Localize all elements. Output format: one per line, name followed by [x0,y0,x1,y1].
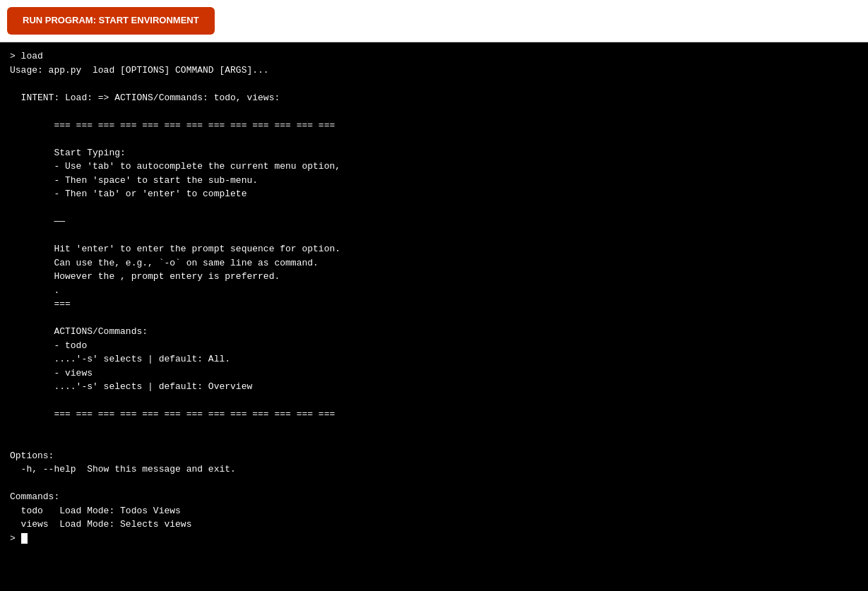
terminal-line: - Use 'tab' to autocomplete the current … [10,161,340,172]
terminal-line: - Then 'space' to start the sub-menu. [10,175,258,186]
terminal-line: INTENT: Load: => ACTIONS/Commands: todo,… [10,92,280,103]
prompt-line: > [10,533,28,544]
terminal-line: todo Load Mode: Todos Views [10,506,181,516]
terminal: > load Usage: app.py load [OPTIONS] COMM… [0,42,868,591]
terminal-line: ....'-s' selects | default: Overview [10,381,252,392]
header: RUN PROGRAM: START ENVIRONMENT [0,0,868,42]
cursor [21,533,28,544]
terminal-line: - views [10,368,93,378]
terminal-line: - Then 'tab' or 'enter' to complete [10,189,246,199]
terminal-line: ACTIONS/Commands: [10,326,148,337]
terminal-line: . [10,285,59,296]
terminal-line: Commands: [10,491,59,502]
terminal-line: - todo [10,340,87,351]
terminal-line: Start Typing: [10,148,126,158]
terminal-line: views Load Mode: Selects views [10,519,191,530]
terminal-line: Hit 'enter' to enter the prompt sequence… [10,244,340,254]
terminal-line: —— [10,216,65,227]
terminal-line: Usage: app.py load [OPTIONS] COMMAND [AR… [10,65,269,76]
terminal-line: === [10,299,71,309]
terminal-line: However the , prompt entery is preferred… [10,271,280,282]
terminal-line: Can use the, e.g., `-o` on same line as … [10,258,319,268]
terminal-line: ....'-s' selects | default: All. [10,354,230,364]
terminal-line: -h, --help Show this message and exit. [10,464,236,474]
terminal-line: === === === === === === === === === === … [10,409,335,419]
terminal-line: === === === === === === === === === === … [10,120,335,131]
terminal-line: Options: [10,450,54,461]
run-program-button[interactable]: RUN PROGRAM: START ENVIRONMENT [7,7,215,34]
terminal-line: > load [10,51,43,61]
